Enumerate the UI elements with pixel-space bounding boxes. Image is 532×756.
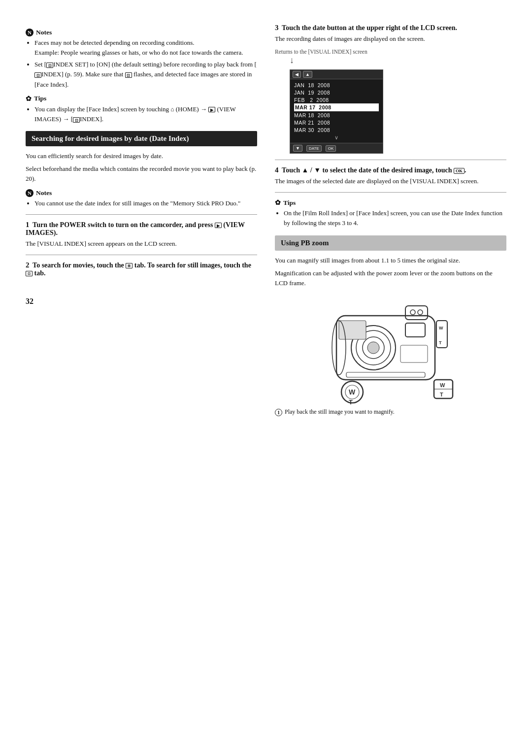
svg-rect-8 [436,321,447,348]
svg-text:W: W [439,326,443,330]
list-item: Set [⊡INDEX SET] to [ON] (the default se… [34,60,257,89]
step3: 3 Touch the date button at the upper rig… [275,24,506,44]
step1-body: The [VISUAL INDEX] screen appears on the… [26,239,257,249]
pb-zoom-text1: You can magnify still images from about … [275,256,506,265]
tips1-list: You can display the [Face Index] screen … [26,104,257,124]
step2-number: 2 [26,261,30,269]
date-row: MAR 18 2008 [294,111,379,119]
divider2 [26,255,257,255]
step1-number: 1 [26,221,30,229]
step4-body: The images of the selected date are disp… [275,176,506,186]
svg-text:T: T [349,398,353,406]
screen-down-btn: ▼ [293,145,302,152]
note1-item2: Set [⊡INDEX SET] to [ON] (the default se… [34,61,257,88]
notes2-title: Notes [36,189,52,197]
notes2-list: You cannot use the date index for still … [26,198,257,208]
pb-zoom-heading-text: Using PB zoom [281,239,329,247]
tips1-heading: ✿ Tips [26,95,257,103]
home-icon: ⌂ [170,105,174,114]
notes-icon: N [26,29,33,36]
tips2-icon: ✿ [275,198,281,207]
still-tab-icon: ⊡ [26,271,33,276]
camera-svg: W T W T W T [322,296,460,404]
date-row: MAR 21 2008 [294,119,379,126]
svg-rect-11 [346,372,425,377]
screen-back-btn: ◀ [293,71,301,78]
date-index-screen: ◀ ▲ JAN 18 2008 JAN 19 2008 FEB 2 2008 M… [290,69,383,154]
pb-zoom-text2: Magnification can be adjusted with the p… [275,268,506,288]
svg-rect-7 [339,321,366,339]
svg-point-14 [410,310,415,315]
play-icon: ▶ [208,107,215,112]
date-row: MAR 30 2008 [294,126,379,133]
svg-text:T: T [440,392,443,397]
divider4 [275,192,506,193]
step4: 4 Touch ▲ / ▼ to select the date of the … [275,166,506,186]
returns-label: Returns to the [VISUAL INDEX] screen [275,49,506,55]
step3-body1: The recording dates of images are displa… [275,34,506,44]
step4-title: Touch ▲ / ▼ to select the date of the de… [280,166,466,174]
svg-rect-13 [400,345,428,362]
index-icon: ⊡ [46,63,53,68]
svg-point-15 [418,310,423,315]
tips1-title: Tips [34,95,46,102]
camera-illustration: W T W T W T [275,296,506,404]
note2-item1: You cannot use the date index for still … [34,199,240,207]
arrow-down-icon: ↓ [290,56,294,65]
caption-circle-1: 1 [275,409,282,416]
date-row-arrow: ∨ [294,133,379,141]
date-row: JAN 19 2008 [294,89,379,96]
step1: 1 Turn the POWER switch to turn on the c… [26,221,257,249]
movie-tab-icon: ⊞ [126,263,133,268]
svg-point-4 [367,342,379,354]
date-row-highlighted: MAR 17 2008 [294,103,379,111]
list-item: You cannot use the date index for still … [34,198,257,208]
date-index-section-heading: Searching for desired images by date (Da… [26,131,257,146]
camera-caption-text: Play back the still image you want to ma… [285,408,395,416]
tips2-list: On the [Film Roll Index] or [Face Index]… [275,208,506,228]
screen-date-label: DATE [306,145,322,152]
screen-date-list: JAN 18 2008 JAN 19 2008 FEB 2 2008 MAR 1… [290,79,383,143]
svg-text:W: W [349,388,356,396]
pb-zoom-heading: Using PB zoom [275,235,506,251]
svg-rect-6 [405,323,425,337]
index-icon2: ⊡ [34,72,41,78]
notes1-list: Faces may not be detected depending on r… [26,38,257,90]
tips-icon: ✿ [26,95,32,103]
notes1-title: Notes [36,29,52,36]
svg-rect-5 [405,306,428,320]
screen-toolbar: ◀ ▲ [290,70,383,79]
divider3 [275,160,506,160]
note1-item1: Faces may not be detected depending on r… [34,39,243,56]
divider1 [26,214,257,215]
page-layout: N Notes Faces may not be detected depend… [26,24,506,416]
page-number: 32 [26,297,257,306]
step2: 2 To search for movies, touch the ⊞ tab.… [26,261,257,277]
notes1-heading: N Notes [26,29,257,36]
list-item: You can display the [Face Index] screen … [34,104,257,124]
step1-title: Turn the POWER switch to turn on the cam… [26,221,245,236]
right-column: 3 Touch the date button at the upper rig… [275,24,506,416]
svg-text:W: W [440,382,445,388]
list-item: Faces may not be detected depending on r… [34,38,257,58]
date-row: JAN 18 2008 [294,81,379,89]
screen-ok-btn: OK [326,145,336,152]
section-heading-text: Searching for desired images by date (Da… [32,134,189,142]
screen-up-btn: ▲ [303,71,312,78]
view-images-icon: ▶ [215,223,222,228]
ok-button-icon: OK [454,168,465,174]
svg-text:T: T [439,340,442,345]
notes2-heading: N Notes [26,189,257,197]
tip2-item1: On the [Film Roll Index] or [Face Index]… [284,209,502,227]
tip1-item1: You can display the [Face Index] screen … [34,105,235,123]
intro-text-1: You can efficiently search for desired i… [26,151,257,161]
step3-title: Touch the date button at the upper right… [280,24,457,32]
notes2-icon: N [26,189,33,197]
intro-text-2: Select beforehand the media which contai… [26,164,257,184]
date-row: FEB 2 2008 [294,96,379,103]
index-icon4: ⊡ [73,117,80,123]
list-item: On the [Film Roll Index] or [Face Index]… [284,208,506,228]
step4-number: 4 [275,166,279,174]
arrow-line: ↓ [290,56,506,65]
screen-footer: ▼ DATE OK [290,143,383,153]
